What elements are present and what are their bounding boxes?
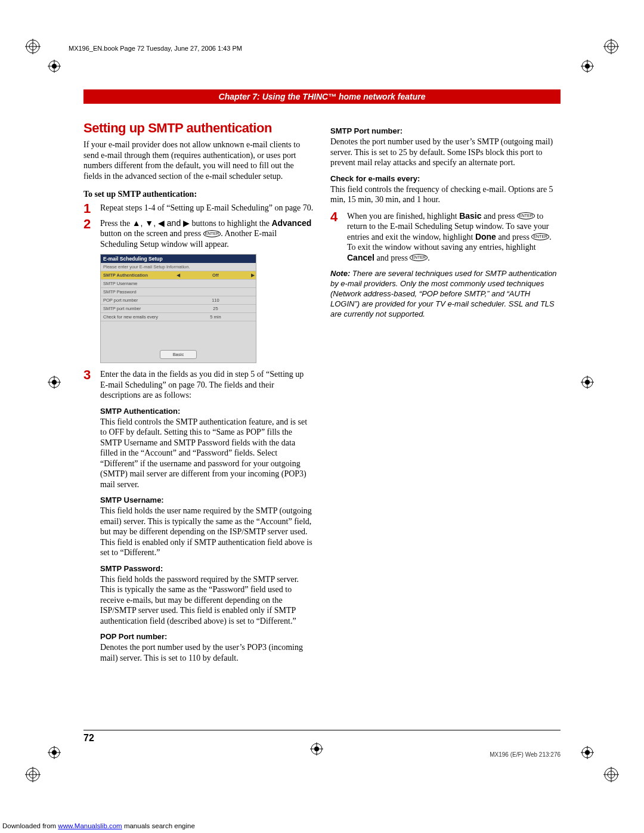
left-triangle-icon: ◀ — [177, 272, 180, 278]
advanced-label: Advanced — [271, 218, 311, 228]
note-label: Note: — [330, 269, 350, 278]
section-title: Setting up SMTP authentication — [83, 120, 314, 136]
step-4: 4 When you are finished, highlight Basic… — [330, 211, 561, 264]
step-3-text: Enter the data in the fields as you did … — [100, 370, 304, 400]
crop-mark-icon — [581, 746, 596, 761]
osd-value: 25 — [175, 305, 256, 313]
field-head-pop-port: POP Port number: — [100, 632, 314, 641]
osd-email-scheduling-setup: E-mail Scheduling Setup Please enter you… — [100, 254, 256, 363]
osd-row-smtp-auth: SMTP Authentication ◀ Off ▶ — [101, 271, 256, 280]
procedure-heading: To set up SMTP authentication: — [83, 190, 314, 199]
step-4-text-b: and press — [482, 212, 518, 221]
step-2-text-c: button on the screen and press — [100, 229, 203, 238]
step-4-text-a: When you are finished, highlight — [347, 212, 459, 221]
page: MX196_EN.book Page 72 Tuesday, June 27, … — [0, 0, 644, 833]
osd-value: 5 min — [175, 313, 256, 321]
left-column: Setting up SMTP authentication If your e… — [83, 120, 314, 663]
arrow-icons: ▲, ▼, ◀ and ▶ — [132, 218, 190, 228]
intro-paragraph: If your e-mail provider does not allow u… — [83, 140, 314, 181]
step-4-text-g: . — [428, 253, 430, 262]
field-body-smtp-port: Denotes the port number used by the user… — [330, 137, 561, 168]
field-body-smtp-pass: This field holds the password required b… — [100, 574, 314, 627]
download-prefix: Downloaded from — [2, 822, 58, 829]
chapter-bar: Chapter 7: Using the THINC™ home network… — [83, 89, 561, 104]
osd-value-text: Off — [212, 272, 219, 278]
osd-row-smtp-pass: SMTP Password — [101, 288, 256, 296]
two-column-layout: Setting up SMTP authentication If your e… — [83, 120, 561, 663]
osd-label: Check for new emails every — [101, 313, 175, 321]
step-2-text-b: buttons to highlight the — [190, 219, 271, 228]
crop-mark-icon — [48, 376, 63, 391]
done-label: Done — [475, 232, 496, 241]
osd-label: SMTP port number — [101, 305, 175, 313]
note-body: There are several techniques used for SM… — [330, 269, 557, 318]
step-4-text-d: and press — [496, 233, 532, 241]
right-column: SMTP Port number: Denotes the port numbe… — [330, 120, 561, 663]
field-body-pop-port: Denotes the port number used by the user… — [100, 642, 314, 663]
enter-icon: ENTER — [531, 233, 549, 240]
crop-mark-icon — [48, 746, 63, 761]
field-head-smtp-pass: SMTP Password: — [100, 564, 314, 573]
osd-label: SMTP Password — [101, 288, 175, 296]
crop-mark-icon — [603, 767, 619, 782]
step-2-text-a: Press the — [100, 219, 132, 228]
step-number-3: 3 — [83, 367, 91, 383]
osd-row-smtp-port: SMTP port number25 — [101, 305, 256, 313]
osd-value — [175, 288, 256, 296]
cancel-label: Cancel — [347, 253, 374, 262]
download-attribution: Downloaded from www.Manualslib.com manua… — [2, 822, 195, 829]
osd-row-pop-port: POP port number110 — [101, 296, 256, 305]
book-header-line: MX196_EN.book Page 72 Tuesday, June 27, … — [69, 45, 242, 52]
step-1-text: Repeat steps 1-4 of “Setting up E-mail S… — [100, 203, 313, 212]
crop-mark-icon — [310, 742, 326, 758]
manualslib-link[interactable]: www.Manualslib.com — [58, 822, 122, 829]
crop-mark-icon — [581, 376, 596, 391]
note-block: Note: There are several techniques used … — [330, 269, 561, 319]
osd-value: ◀ Off ▶ — [175, 271, 256, 280]
field-body-check-every: This field controls the frequency of che… — [330, 184, 561, 205]
osd-value — [175, 280, 256, 288]
step-3: 3 Enter the data in the fields as you di… — [83, 369, 314, 401]
crop-mark-icon — [48, 60, 63, 75]
osd-label: POP port number — [101, 296, 175, 305]
enter-icon: ENTER — [410, 254, 428, 261]
osd-table: SMTP Authentication ◀ Off ▶ SMTP Usernam… — [101, 271, 256, 332]
step-4-text-f: and press — [374, 253, 410, 262]
footer-right: MX196 (E/F) Web 213:276 — [490, 751, 561, 758]
crop-mark-icon — [25, 767, 41, 782]
crop-mark-icon — [603, 39, 619, 54]
enter-icon: ENTER — [203, 230, 221, 237]
field-body-smtp-user: This field holds the user name required … — [100, 506, 314, 558]
osd-prompt: Please enter your E-mail Setup Informati… — [101, 263, 256, 271]
basic-label: Basic — [459, 211, 481, 221]
osd-basic-button: Basic — [160, 350, 197, 359]
step-2: 2 Press the ▲, ▼, ◀ and ▶ buttons to hig… — [83, 218, 314, 250]
step-number-1: 1 — [83, 200, 91, 217]
enter-icon: ENTER — [517, 212, 535, 219]
crop-mark-icon — [581, 60, 596, 75]
osd-value: 110 — [175, 296, 256, 305]
field-head-check-every: Check for e-mails every: — [330, 174, 561, 183]
osd-label: SMTP Username — [101, 280, 175, 288]
field-head-smtp-port: SMTP Port number: — [330, 126, 561, 135]
osd-label: SMTP Authentication — [101, 271, 175, 280]
crop-mark-icon — [25, 39, 41, 54]
step-number-2: 2 — [83, 216, 91, 233]
content-area: Chapter 7: Using the THINC™ home network… — [83, 89, 561, 663]
field-head-smtp-user: SMTP Username: — [100, 496, 314, 504]
field-head-smtp-auth: SMTP Authentication: — [100, 407, 314, 416]
download-suffix: manuals search engine — [122, 822, 195, 829]
osd-title: E-mail Scheduling Setup — [101, 255, 256, 263]
step-1: 1 Repeat steps 1-4 of “Setting up E-mail… — [83, 203, 314, 213]
osd-row-check-every: Check for new emails every5 min — [101, 313, 256, 321]
page-number: 72 — [83, 733, 94, 743]
osd-filler-row — [101, 321, 256, 333]
osd-row-smtp-user: SMTP Username — [101, 280, 256, 288]
field-body-smtp-auth: This field controls the SMTP authenticat… — [100, 417, 314, 490]
right-triangle-icon: ▶ — [251, 272, 255, 278]
step-number-4: 4 — [330, 209, 338, 225]
page-number-footer: 72 — [83, 730, 561, 744]
